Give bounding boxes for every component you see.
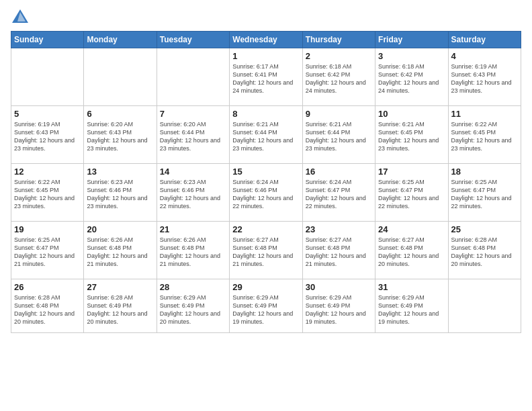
- weekday-header-wednesday: Wednesday: [230, 32, 302, 48]
- day-number: 19: [14, 224, 81, 234]
- day-number: 27: [87, 282, 153, 292]
- day-info: Sunrise: 6:21 AM Sunset: 6:44 PM Dayligh…: [306, 120, 372, 153]
- day-info: Sunrise: 6:26 AM Sunset: 6:48 PM Dayligh…: [160, 236, 226, 269]
- weekday-header-row: SundayMondayTuesdayWednesdayThursdayFrid…: [11, 32, 521, 48]
- day-info: Sunrise: 6:22 AM Sunset: 6:45 PM Dayligh…: [14, 178, 81, 211]
- weekday-header-sunday: Sunday: [11, 32, 84, 48]
- calendar-cell: 25Sunrise: 6:28 AM Sunset: 6:48 PM Dayli…: [448, 222, 521, 279]
- day-number: 6: [87, 109, 153, 119]
- day-info: Sunrise: 6:25 AM Sunset: 6:47 PM Dayligh…: [14, 236, 81, 269]
- day-number: 11: [451, 109, 518, 119]
- logo: [11, 9, 31, 27]
- calendar-body: 1Sunrise: 6:17 AM Sunset: 6:41 PM Daylig…: [11, 48, 521, 333]
- day-info: Sunrise: 6:19 AM Sunset: 6:43 PM Dayligh…: [14, 120, 81, 153]
- calendar-week-row: 26Sunrise: 6:28 AM Sunset: 6:48 PM Dayli…: [11, 279, 521, 333]
- day-info: Sunrise: 6:24 AM Sunset: 6:46 PM Dayligh…: [232, 178, 299, 211]
- calendar-cell: 14Sunrise: 6:23 AM Sunset: 6:46 PM Dayli…: [157, 164, 229, 222]
- calendar-cell: 20Sunrise: 6:26 AM Sunset: 6:48 PM Dayli…: [84, 222, 157, 279]
- calendar-cell: [11, 48, 84, 106]
- day-info: Sunrise: 6:21 AM Sunset: 6:44 PM Dayligh…: [232, 120, 299, 153]
- day-info: Sunrise: 6:20 AM Sunset: 6:43 PM Dayligh…: [87, 120, 153, 153]
- calendar-page: SundayMondayTuesdayWednesdayThursdayFrid…: [0, 0, 532, 411]
- calendar-cell: 26Sunrise: 6:28 AM Sunset: 6:48 PM Dayli…: [11, 279, 84, 333]
- day-number: 12: [14, 167, 81, 177]
- day-number: 14: [160, 167, 226, 177]
- day-number: 5: [14, 109, 81, 119]
- calendar-cell: 22Sunrise: 6:27 AM Sunset: 6:48 PM Dayli…: [230, 222, 302, 279]
- day-number: 25: [451, 224, 518, 234]
- day-number: 29: [232, 282, 299, 292]
- day-info: Sunrise: 6:19 AM Sunset: 6:43 PM Dayligh…: [451, 62, 518, 95]
- day-info: Sunrise: 6:28 AM Sunset: 6:48 PM Dayligh…: [14, 293, 81, 326]
- day-info: Sunrise: 6:17 AM Sunset: 6:41 PM Dayligh…: [232, 62, 299, 95]
- calendar-cell: 11Sunrise: 6:22 AM Sunset: 6:45 PM Dayli…: [448, 106, 521, 164]
- header: [11, 7, 521, 27]
- calendar-week-row: 1Sunrise: 6:17 AM Sunset: 6:41 PM Daylig…: [11, 48, 521, 106]
- calendar-cell: 24Sunrise: 6:27 AM Sunset: 6:48 PM Dayli…: [375, 222, 448, 279]
- weekday-header-thursday: Thursday: [302, 32, 375, 48]
- calendar-cell: 8Sunrise: 6:21 AM Sunset: 6:44 PM Daylig…: [230, 106, 302, 164]
- day-info: Sunrise: 6:29 AM Sunset: 6:49 PM Dayligh…: [378, 293, 445, 326]
- logo-icon: [11, 8, 30, 27]
- day-info: Sunrise: 6:27 AM Sunset: 6:48 PM Dayligh…: [306, 236, 372, 269]
- day-number: 20: [87, 224, 153, 234]
- calendar-cell: [84, 48, 157, 106]
- day-info: Sunrise: 6:29 AM Sunset: 6:49 PM Dayligh…: [160, 293, 226, 326]
- calendar-cell: 4Sunrise: 6:19 AM Sunset: 6:43 PM Daylig…: [448, 48, 521, 106]
- day-number: 31: [378, 282, 445, 292]
- day-number: 30: [306, 282, 372, 292]
- calendar-cell: 31Sunrise: 6:29 AM Sunset: 6:49 PM Dayli…: [375, 279, 448, 333]
- calendar-cell: 27Sunrise: 6:28 AM Sunset: 6:49 PM Dayli…: [84, 279, 157, 333]
- day-number: 10: [378, 109, 445, 119]
- calendar-cell: 5Sunrise: 6:19 AM Sunset: 6:43 PM Daylig…: [11, 106, 84, 164]
- day-number: 26: [14, 282, 81, 292]
- day-info: Sunrise: 6:25 AM Sunset: 6:47 PM Dayligh…: [378, 178, 445, 211]
- day-info: Sunrise: 6:27 AM Sunset: 6:48 PM Dayligh…: [232, 236, 299, 269]
- day-number: 9: [306, 109, 372, 119]
- calendar-cell: [448, 279, 521, 333]
- weekday-header-friday: Friday: [375, 32, 448, 48]
- day-number: 15: [232, 167, 299, 177]
- day-number: 17: [378, 167, 445, 177]
- day-number: 16: [306, 167, 372, 177]
- day-info: Sunrise: 6:25 AM Sunset: 6:47 PM Dayligh…: [451, 178, 518, 211]
- day-info: Sunrise: 6:22 AM Sunset: 6:45 PM Dayligh…: [451, 120, 518, 153]
- calendar-week-row: 19Sunrise: 6:25 AM Sunset: 6:47 PM Dayli…: [11, 222, 521, 279]
- calendar-cell: 23Sunrise: 6:27 AM Sunset: 6:48 PM Dayli…: [302, 222, 375, 279]
- calendar-header: SundayMondayTuesdayWednesdayThursdayFrid…: [11, 32, 521, 48]
- calendar-week-row: 12Sunrise: 6:22 AM Sunset: 6:45 PM Dayli…: [11, 164, 521, 222]
- day-number: 3: [378, 51, 445, 61]
- day-info: Sunrise: 6:20 AM Sunset: 6:44 PM Dayligh…: [160, 120, 226, 153]
- calendar-cell: 2Sunrise: 6:18 AM Sunset: 6:42 PM Daylig…: [302, 48, 375, 106]
- calendar-cell: 12Sunrise: 6:22 AM Sunset: 6:45 PM Dayli…: [11, 164, 84, 222]
- day-number: 7: [160, 109, 226, 119]
- day-info: Sunrise: 6:18 AM Sunset: 6:42 PM Dayligh…: [378, 62, 445, 95]
- weekday-header-tuesday: Tuesday: [157, 32, 229, 48]
- day-info: Sunrise: 6:26 AM Sunset: 6:48 PM Dayligh…: [87, 236, 153, 269]
- day-number: 24: [378, 224, 445, 234]
- day-number: 28: [160, 282, 226, 292]
- calendar-cell: 17Sunrise: 6:25 AM Sunset: 6:47 PM Dayli…: [375, 164, 448, 222]
- calendar-cell: 18Sunrise: 6:25 AM Sunset: 6:47 PM Dayli…: [448, 164, 521, 222]
- weekday-header-monday: Monday: [84, 32, 157, 48]
- day-number: 1: [232, 51, 299, 61]
- weekday-header-saturday: Saturday: [448, 32, 521, 48]
- day-info: Sunrise: 6:21 AM Sunset: 6:45 PM Dayligh…: [378, 120, 445, 153]
- day-number: 8: [232, 109, 299, 119]
- day-number: 4: [451, 51, 518, 61]
- calendar-cell: 21Sunrise: 6:26 AM Sunset: 6:48 PM Dayli…: [157, 222, 229, 279]
- calendar-week-row: 5Sunrise: 6:19 AM Sunset: 6:43 PM Daylig…: [11, 106, 521, 164]
- day-info: Sunrise: 6:24 AM Sunset: 6:47 PM Dayligh…: [306, 178, 372, 211]
- day-number: 21: [160, 224, 226, 234]
- day-number: 2: [306, 51, 372, 61]
- calendar-cell: 10Sunrise: 6:21 AM Sunset: 6:45 PM Dayli…: [375, 106, 448, 164]
- calendar-cell: 13Sunrise: 6:23 AM Sunset: 6:46 PM Dayli…: [84, 164, 157, 222]
- calendar-cell: 29Sunrise: 6:29 AM Sunset: 6:49 PM Dayli…: [230, 279, 302, 333]
- day-info: Sunrise: 6:23 AM Sunset: 6:46 PM Dayligh…: [160, 178, 226, 211]
- calendar-cell: 3Sunrise: 6:18 AM Sunset: 6:42 PM Daylig…: [375, 48, 448, 106]
- calendar-cell: 16Sunrise: 6:24 AM Sunset: 6:47 PM Dayli…: [302, 164, 375, 222]
- day-info: Sunrise: 6:23 AM Sunset: 6:46 PM Dayligh…: [87, 178, 153, 211]
- day-number: 22: [232, 224, 299, 234]
- calendar-cell: 15Sunrise: 6:24 AM Sunset: 6:46 PM Dayli…: [230, 164, 302, 222]
- day-info: Sunrise: 6:29 AM Sunset: 6:49 PM Dayligh…: [306, 293, 372, 326]
